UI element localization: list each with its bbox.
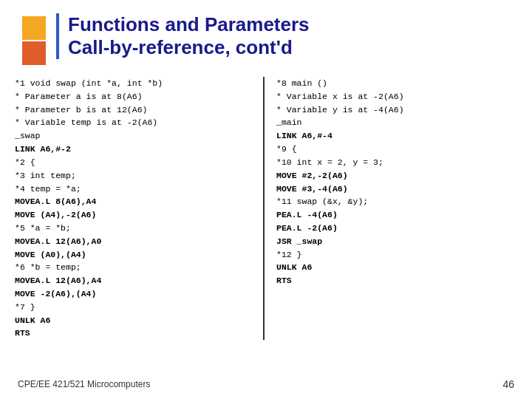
content-area: *1 void swap (int *a, int *b) * Paramete… bbox=[0, 74, 532, 340]
code-line: PEA.L -2(A6) bbox=[276, 223, 338, 233]
code-line: JSR _swap bbox=[276, 236, 322, 246]
code-line: MOVE #2,-2(A6) bbox=[276, 171, 348, 180]
square-red bbox=[22, 41, 46, 65]
footer: CPE/EE 421/521 Microcomputers 46 bbox=[0, 378, 532, 390]
title-line2: Call-by-reference, cont'd bbox=[68, 36, 310, 59]
code-line: RTS bbox=[276, 276, 292, 285]
right-column: *8 main () * Variable x is at -2(A6) * V… bbox=[265, 77, 517, 340]
slide-title: Functions and Parameters Call-by-referen… bbox=[56, 13, 310, 59]
code-line: *2 { bbox=[15, 157, 35, 167]
header: Functions and Parameters Call-by-referen… bbox=[0, 0, 532, 74]
code-line: *9 { bbox=[276, 144, 297, 154]
code-line: MOVE (A0),(A4) bbox=[15, 250, 86, 259]
code-line: RTS bbox=[15, 328, 30, 338]
code-line: * Parameter b is at 12(A6) bbox=[15, 105, 147, 115]
code-line: *12 } bbox=[276, 250, 302, 259]
code-line: PEA.L -4(A6) bbox=[276, 210, 338, 219]
code-line: *8 main () bbox=[276, 78, 327, 88]
code-line: *10 int x = 2, y = 3; bbox=[276, 157, 383, 167]
code-line: MOVE (A4),-2(A6) bbox=[15, 210, 96, 219]
course-label: CPE/EE 421/521 Microcomputers bbox=[18, 379, 150, 389]
code-line: *1 void swap (int *a, int *b) bbox=[15, 78, 163, 88]
slide: Functions and Parameters Call-by-referen… bbox=[0, 0, 532, 399]
code-line: LINK A6,#-4 bbox=[276, 131, 332, 140]
code-line: UNLK A6 bbox=[15, 316, 50, 325]
code-line: * Variable temp is at -2(A6) bbox=[15, 117, 157, 127]
code-line: * Variable y is at -4(A6) bbox=[276, 105, 404, 115]
code-line: *5 *a = *b; bbox=[15, 223, 71, 233]
decorative-squares bbox=[22, 16, 46, 65]
code-line: _swap bbox=[15, 131, 41, 140]
code-line: * Parameter a is at 8(A6) bbox=[15, 92, 143, 101]
right-code-block: *8 main () * Variable x is at -2(A6) * V… bbox=[276, 77, 517, 287]
code-line: MOVEA.L 12(A6),A0 bbox=[15, 236, 101, 246]
square-orange bbox=[22, 16, 46, 40]
code-line: *7 } bbox=[15, 302, 35, 312]
left-code-block: *1 void swap (int *a, int *b) * Paramete… bbox=[15, 77, 256, 340]
left-column: *1 void swap (int *a, int *b) * Paramete… bbox=[15, 77, 265, 340]
title-line1: Functions and Parameters bbox=[68, 13, 310, 36]
code-line: MOVEA.L 12(A6),A4 bbox=[15, 276, 101, 285]
code-line: *4 temp = *a; bbox=[15, 184, 81, 194]
code-line: * Variable x is at -2(A6) bbox=[276, 92, 404, 101]
code-line: LINK A6,#-2 bbox=[15, 144, 71, 154]
code-line: _main bbox=[276, 117, 302, 127]
code-line: MOVE -2(A6),(A4) bbox=[15, 289, 96, 299]
code-line: MOVE #3,-4(A6) bbox=[276, 184, 348, 194]
page-number: 46 bbox=[502, 378, 514, 390]
code-line: *6 *b = temp; bbox=[15, 262, 81, 272]
code-line: UNLK A6 bbox=[276, 262, 312, 272]
code-line: MOVEA.L 8(A6),A4 bbox=[15, 197, 96, 206]
code-line: *11 swap (&x, &y); bbox=[276, 197, 368, 206]
code-line: *3 int temp; bbox=[15, 171, 76, 180]
